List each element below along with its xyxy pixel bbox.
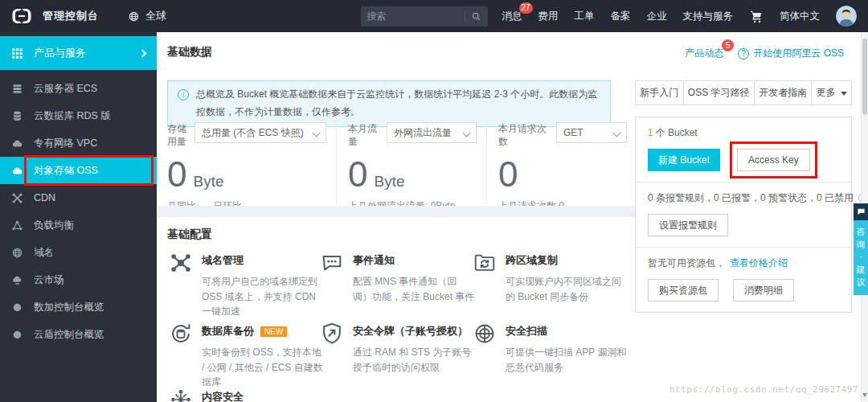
globe-icon xyxy=(128,10,140,23)
topbar-item-icp[interactable]: 备案 xyxy=(611,10,631,23)
grid-icon xyxy=(11,47,23,59)
info-alert: i 总概览及 Bucket 概览基础数据来自于云监控统计，数据统计平均延迟 2-… xyxy=(167,80,611,127)
aliyun-logo-icon[interactable] xyxy=(11,8,32,24)
sidebar-item-label: 负载均衡 xyxy=(34,219,74,232)
topbar: 管理控制台 全球 消息27费用工单备案企业支持与服务简体中文 xyxy=(0,0,868,32)
sidebar-item-label: 对象存储 OSS xyxy=(34,164,98,178)
sidebar-item-shujia[interactable]: 数加控制台概览 xyxy=(0,293,157,321)
feature-security-token[interactable]: 安全令牌（子账号授权）通过 RAM 和 STS 为子账号授予临时的访问权限 xyxy=(320,322,473,388)
topbar-item-support[interactable]: 支持与服务 xyxy=(683,10,734,23)
feature-desc: 实时备份到 OSS，支持本地 / 公网 / 其他云 / ECS 自建数据库 xyxy=(202,345,324,390)
stat-label: 本月流量 xyxy=(348,122,380,148)
sidebar-item-oss[interactable]: 对象存储 OSS xyxy=(0,157,157,184)
question-circle-icon: ? xyxy=(738,48,749,59)
stat-dropdown-storage[interactable]: 总用量 (不含 ECS 快照) xyxy=(194,122,326,143)
topbar-nav: 消息27费用工单备案企业支持与服务简体中文 xyxy=(488,6,868,27)
topbar-item-tickets[interactable]: 工单 xyxy=(575,10,595,23)
avatar[interactable] xyxy=(836,6,857,27)
caret-down-icon xyxy=(841,92,847,99)
scrollbar-down-arrow-icon[interactable] xyxy=(862,393,867,400)
sidebar-item-vpc[interactable]: 专有网络 VPC xyxy=(0,129,157,157)
stat-value: 0Byte xyxy=(348,157,477,192)
sidebar-item-rds[interactable]: 云数据库 RDS 版 xyxy=(0,102,157,129)
feature-domain-manage[interactable]: 域名管理可将用户自己的域名绑定到 OSS 域名上，并支持 CDN 一键加速 xyxy=(169,251,320,322)
feature-title: 数据库备份 xyxy=(202,324,254,338)
feature-desc: 可将用户自己的域名绑定到 OSS 域名上，并支持 CDN 一键加速 xyxy=(202,274,324,319)
stat-label: 存储用量 xyxy=(167,122,188,148)
language-selector[interactable]: 简体中文 xyxy=(780,10,820,23)
summary-panel: 1个 Bucket 新建 Bucket Access Key 0 条报警规则，0… xyxy=(635,117,852,313)
resource-text: 暂无可用资源包， xyxy=(648,256,725,270)
new-bucket-button[interactable]: 新建 Bucket xyxy=(648,149,720,171)
feature-content-security[interactable]: 内容安全 xyxy=(169,388,320,402)
watermark-url: https://blog.csdn.net/qq_29627497 xyxy=(669,384,858,395)
circle-icon xyxy=(11,302,23,314)
search-divider xyxy=(465,10,465,22)
top-links: 产品动态 5 ? 开始使用阿里云 OSS xyxy=(685,47,844,60)
tab-learning-path[interactable]: OSS 学习路径 xyxy=(683,81,754,105)
cloud-icon xyxy=(11,165,23,177)
topbar-item-enterprise[interactable]: 企业 xyxy=(647,10,667,23)
stats-row: 存储用量总用量 (不含 ECS 快照)0Byte月同比 --日环比 --本月流量… xyxy=(167,122,623,204)
tab-dev-guide[interactable]: 开发者指南 xyxy=(754,81,812,105)
stat-dropdown-traffic[interactable]: 外网流出流量 xyxy=(387,122,477,143)
stat-value: 0 xyxy=(498,157,627,192)
feature-title: 安全令牌（子账号授权） xyxy=(353,324,468,338)
alarm-text: 0 条报警规则，0 已报警，0 预警状态，0 已禁用 xyxy=(648,191,854,205)
console-title[interactable]: 管理控制台 xyxy=(43,9,99,23)
server-icon xyxy=(11,83,23,95)
feat-notify-icon xyxy=(320,251,344,275)
sidebar-item-yundun[interactable]: 云盾控制台概览 xyxy=(0,321,157,348)
feature-security-scan[interactable]: 安全扫描可提供一键扫描 APP 漏洞和恶意代码服务 xyxy=(473,322,633,388)
feat-domain-icon xyxy=(169,251,193,275)
feature-event-notify[interactable]: 事件通知配置 MNS 事件通知（回调）功能，关注 Bucket 事件 xyxy=(320,251,473,322)
cloud-icon xyxy=(11,137,23,150)
search-input[interactable] xyxy=(367,10,459,22)
feedback-widget[interactable]: 咨询·建议 xyxy=(854,203,868,295)
globe-icon xyxy=(11,247,23,259)
sidebar-item-label: 云服务器 ECS xyxy=(34,82,97,96)
get-started-link[interactable]: ? 开始使用阿里云 OSS xyxy=(738,47,844,60)
tab-getting-started[interactable]: 新手入门 xyxy=(636,81,683,105)
sidebar-item-cdn[interactable]: CDN xyxy=(0,184,157,211)
sidebar-item-domain[interactable]: 域名 xyxy=(0,239,157,266)
tab-more[interactable]: 更多 xyxy=(811,81,851,105)
database-icon xyxy=(11,110,23,122)
circle-icon xyxy=(11,329,23,341)
product-news-link[interactable]: 产品动态 5 xyxy=(685,47,723,60)
region-selector[interactable]: 全球 xyxy=(128,9,166,23)
product-news-badge: 5 xyxy=(722,39,734,51)
bucket-section: 1个 Bucket 新建 Bucket Access Key xyxy=(636,117,851,183)
sidebar-item-label: 云市场 xyxy=(34,273,64,287)
feat-content-icon xyxy=(169,388,193,402)
region-label: 全球 xyxy=(145,9,166,23)
features-grid: 域名管理可将用户自己的域名绑定到 OSS 域名上，并支持 CDN 一键加速事件通… xyxy=(169,251,633,402)
feat-region-icon xyxy=(473,251,497,275)
stat-label: 本月请求次数 xyxy=(498,122,550,148)
sidebar-item-slb[interactable]: 负载均衡 xyxy=(0,211,157,239)
price-intro-link[interactable]: 查看价格介绍 xyxy=(730,256,788,270)
buy-resource-pack-button[interactable]: 购买资源包 xyxy=(648,279,719,302)
sidebar-item-label: CDN xyxy=(34,192,55,203)
alarm-section: 0 条报警规则，0 已报警，0 预警状态，0 已禁用 ? 设置报警规则 xyxy=(636,183,851,248)
chevron-right-icon xyxy=(139,49,147,57)
sidebar-item-ecs[interactable]: 云服务器 ECS xyxy=(0,75,157,102)
sidebar-products-header[interactable]: 产品与服务 xyxy=(0,36,157,70)
topbar-item-billing[interactable]: 费用 xyxy=(538,10,559,23)
sidebar-item-label: 专有网络 VPC xyxy=(34,137,97,150)
consumption-detail-button[interactable]: 消费明细 xyxy=(733,279,794,302)
scrollbar-thumb[interactable] xyxy=(862,39,867,115)
set-alarm-rules-button[interactable]: 设置报警规则 xyxy=(648,214,728,236)
access-key-button[interactable]: Access Key xyxy=(737,149,810,171)
sidebar-item-market[interactable]: 云市场 xyxy=(0,266,157,293)
resource-section: 暂无可用资源包，查看价格介绍 购买资源包 消费明细 xyxy=(636,248,851,312)
search-icon[interactable] xyxy=(471,11,481,22)
topbar-item-messages[interactable]: 消息27 xyxy=(502,10,522,23)
main-content: 基础数据 产品动态 5 ? 开始使用阿里云 OSS i 总概览及 Bucket … xyxy=(157,32,868,402)
cart-icon[interactable] xyxy=(749,9,764,23)
balance-icon xyxy=(11,219,23,232)
stat-dropdown-requests[interactable]: GET xyxy=(556,122,627,143)
feature-cross-region[interactable]: 跨区域复制可实现账户内不同区域之间的 Bucket 同步备份 xyxy=(473,251,633,322)
feedback-vertical-label: 咨询·建议 xyxy=(854,220,868,295)
feature-db-backup[interactable]: 数据库备份NEW实时备份到 OSS，支持本地 / 公网 / 其他云 / ECS … xyxy=(169,322,320,388)
